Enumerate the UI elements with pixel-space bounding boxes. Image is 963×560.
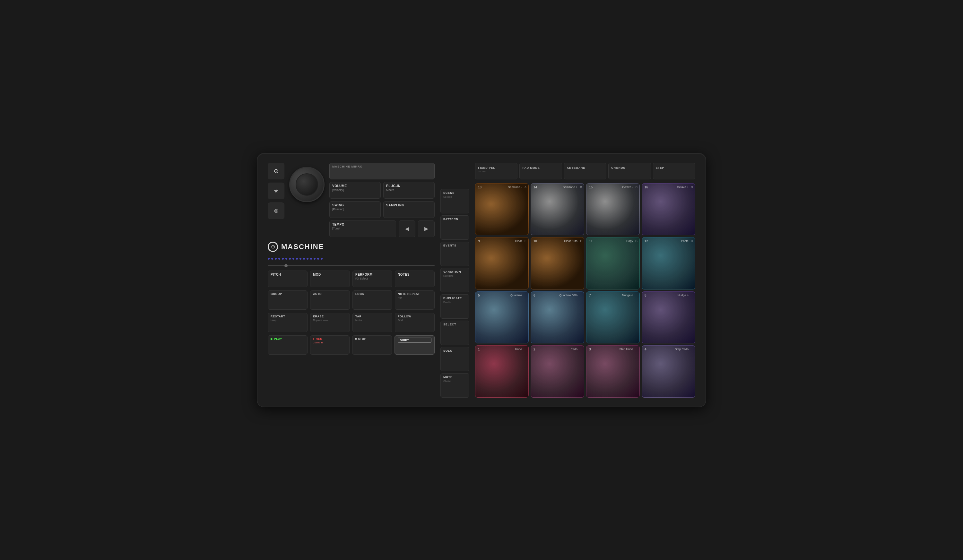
led-row: [268, 256, 434, 261]
note-repeat-button[interactable]: NOTE REPEAT Arp: [395, 290, 434, 310]
events-button[interactable]: EVENTS: [440, 242, 469, 266]
led-dot: [296, 258, 298, 260]
led-dot: [303, 258, 305, 260]
top-left-area: ⊙ ★ ⊜ MASCHINE MIKRO VOLUME: [268, 163, 434, 237]
slider-track[interactable]: [268, 265, 434, 266]
right-control-buttons: MASCHINE MIKRO VOLUME [Velocity] PLUG-IN…: [329, 163, 434, 237]
brand-name: MASCHINE: [281, 243, 324, 251]
select-button[interactable]: SELECT: [440, 320, 469, 345]
pad-1[interactable]: 1 Undo: [475, 345, 529, 398]
pad-15[interactable]: 15 Octave - C: [586, 183, 640, 236]
plugin-button[interactable]: PLUG-IN Macro: [383, 182, 434, 199]
pad-11[interactable]: 11 Copy G: [586, 237, 640, 290]
bottom-row-2: RESTART Loop ERASE Replace —— TAP Metro …: [268, 313, 434, 332]
pad-14[interactable]: 14 Semitone + B: [531, 183, 584, 236]
left-section: ⊙ ★ ⊜ MASCHINE MIKRO VOLUME: [268, 163, 434, 398]
pad-2[interactable]: 2 Redo: [531, 345, 584, 398]
rec-button[interactable]: ● REC Count-In ——: [310, 335, 350, 354]
transport-row: ▶ PLAY ● REC Count-In —— ■ STOP SHIFT: [268, 335, 434, 354]
solo-button[interactable]: SOLO: [440, 347, 469, 371]
led-dot: [310, 258, 312, 260]
star-icon[interactable]: ★: [268, 183, 284, 199]
variation-button[interactable]: VARIATION Navigate: [440, 268, 469, 292]
top-function-buttons: FIXED VEL 16 Vel PAD MODE KEYBOARD CHORD…: [475, 163, 695, 180]
pad-4[interactable]: 4 Step Redo: [642, 345, 695, 398]
restart-button[interactable]: RESTART Loop: [268, 313, 308, 332]
erase-button[interactable]: ERASE Replace ——: [310, 313, 350, 332]
pattern-button[interactable]: PATTERN: [440, 215, 469, 240]
icon-column: ⊙ ★ ⊜: [268, 163, 284, 237]
scene-button[interactable]: SCENE Section: [440, 189, 469, 214]
led-dot: [289, 258, 291, 260]
led-dot: [285, 258, 287, 260]
led-dot: [282, 258, 284, 260]
pad-9[interactable]: 9 Clear E: [475, 237, 529, 290]
pads-section: FIXED VEL 16 Vel PAD MODE KEYBOARD CHORD…: [475, 163, 695, 398]
auto-button[interactable]: AUTO: [310, 290, 350, 310]
scene-labels-section: SCENE Section PATTERN EVENTS VARIATION N…: [440, 163, 469, 398]
led-dot: [268, 258, 270, 260]
pad-8[interactable]: 8 Nudge >: [642, 291, 695, 344]
sampling-button[interactable]: SAMPLING: [383, 201, 434, 218]
keyboard-button[interactable]: KEYBOARD: [564, 163, 606, 180]
lock-button[interactable]: LOCK: [352, 290, 392, 310]
led-dot: [300, 258, 302, 260]
pad-5[interactable]: 5 Quantize: [475, 291, 529, 344]
pad-16[interactable]: 16 Octave + D: [642, 183, 695, 236]
stop-button[interactable]: ■ STOP: [352, 335, 392, 354]
mute-button[interactable]: MUTE Choke: [440, 373, 469, 398]
record-icon[interactable]: ⊙: [268, 163, 284, 180]
perform-button[interactable]: PERFORM FX Select: [352, 270, 392, 287]
pitch-button[interactable]: PITCH: [268, 270, 308, 287]
volume-button[interactable]: VOLUME [Velocity]: [329, 182, 381, 199]
pad-grid: 13 Semitone - A 14 Semitone + B 15 Octav…: [475, 183, 695, 398]
pad-7[interactable]: 7 Nudge <: [586, 291, 640, 344]
main-knob[interactable]: [288, 165, 326, 204]
pad-12[interactable]: 12 Paste H: [642, 237, 695, 290]
slider-thumb[interactable]: [284, 264, 288, 267]
logo-display: MASCHINE MIKRO: [329, 163, 434, 180]
brand-logo: ⊙ MASCHINE: [268, 240, 434, 253]
pad-10[interactable]: 10 Clear Auto F: [531, 237, 584, 290]
pad-6[interactable]: 6 Quantize 50%: [531, 291, 584, 344]
led-dot: [317, 258, 319, 260]
search-icon[interactable]: ⊜: [268, 202, 284, 219]
play-button[interactable]: ▶ PLAY: [268, 335, 308, 354]
group-button[interactable]: GROUP: [268, 290, 308, 310]
nav-right-button[interactable]: ▶: [418, 220, 434, 237]
pad-13[interactable]: 13 Semitone - A: [475, 183, 529, 236]
nav-left-button[interactable]: ◀: [399, 220, 415, 237]
mod-button[interactable]: MOD: [310, 270, 350, 287]
bottom-row-1: GROUP AUTO LOCK NOTE REPEAT Arp: [268, 290, 434, 310]
pad-3[interactable]: 3 Step Undo: [586, 345, 640, 398]
shift-button[interactable]: SHIFT: [394, 335, 435, 354]
tap-button[interactable]: TAP Metro: [352, 313, 392, 332]
led-dot: [271, 258, 273, 260]
led-dot: [292, 258, 294, 260]
mode-buttons-row: PITCH MOD PERFORM FX Select NOTES: [268, 270, 434, 287]
fixed-vel-button[interactable]: FIXED VEL 16 Vel: [475, 163, 517, 180]
logo-circle-icon: ⊙: [268, 242, 278, 252]
notes-button[interactable]: NOTES: [395, 270, 434, 287]
step-button[interactable]: STEP: [653, 163, 695, 180]
tempo-button[interactable]: TEMPO [Tune]: [329, 220, 396, 237]
maschine-mikro-device: ⊙ ★ ⊜ MASCHINE MIKRO VOLUME: [257, 153, 706, 407]
led-dot: [278, 258, 280, 260]
follow-button[interactable]: FOLLOW Grid: [395, 313, 434, 332]
chords-button[interactable]: CHORDS: [608, 163, 651, 180]
led-dot: [321, 258, 323, 260]
led-dot: [275, 258, 277, 260]
swing-button[interactable]: SWING [Position]: [329, 201, 381, 218]
pad-mode-button[interactable]: PAD MODE: [519, 163, 562, 180]
led-dot: [314, 258, 316, 260]
duplicate-button[interactable]: DUPLICATE Double: [440, 294, 469, 319]
led-dot: [306, 258, 308, 260]
